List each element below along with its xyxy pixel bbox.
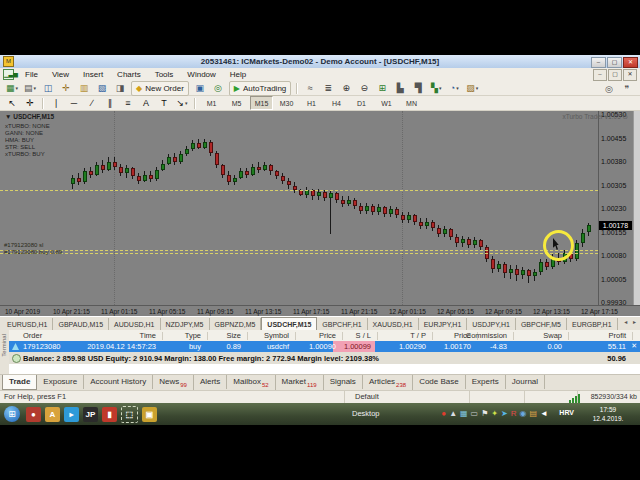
col-header-type[interactable]: Type: [161, 331, 201, 340]
symbol-tab-eurjpy[interactable]: EURJPY,H1: [419, 318, 468, 330]
media-app[interactable]: ▮: [102, 407, 117, 422]
menu-help[interactable]: Help: [223, 68, 253, 81]
col-header-symbol[interactable]: Symbol: [241, 331, 289, 340]
chart-symbol-label[interactable]: ▼ USDCHF,M15: [5, 113, 54, 120]
symbol-tab-xauusd[interactable]: XAUUSD,H1: [368, 318, 419, 330]
menu-window[interactable]: Window: [180, 68, 222, 81]
symbol-tab-eurgbp[interactable]: EURGBP,H1: [567, 318, 618, 330]
desktop-toolbar-label[interactable]: Desktop: [352, 409, 380, 418]
cursor-tool-icon[interactable]: ↖: [4, 96, 20, 111]
symbol-tab-usdjpy[interactable]: USDJPY,H1: [467, 318, 516, 330]
new-chart-icon[interactable]: ▦▾: [4, 81, 20, 96]
symbol-tab-gbpchf[interactable]: GBPCHF,M5: [516, 318, 567, 330]
code-app[interactable]: JP: [83, 407, 98, 422]
col-header-size[interactable]: Size: [203, 331, 241, 340]
close-button[interactable]: ✕: [623, 57, 638, 68]
timeframe-mn[interactable]: MN: [400, 96, 423, 110]
col-header-commission[interactable]: Commission: [447, 331, 507, 340]
label-tool-icon[interactable]: T: [156, 96, 172, 111]
col-header-time[interactable]: Time: [61, 331, 156, 340]
data-window-icon[interactable]: ✛: [58, 81, 74, 96]
menu-tools[interactable]: Tools: [148, 68, 181, 81]
timeframe-m15[interactable]: M15: [250, 96, 273, 110]
order-row[interactable]: ✕ 1791230802019.04.12 14:57:23buy0.89usd…: [9, 341, 640, 352]
shield-tray[interactable]: ▦: [460, 407, 468, 421]
chart-shift-icon[interactable]: ▚▾: [428, 81, 444, 96]
timeframe-w1[interactable]: W1: [375, 96, 398, 110]
text-tool-icon[interactable]: A: [138, 96, 154, 111]
col-header-sl[interactable]: S / L: [333, 331, 371, 340]
chart-area[interactable]: #179123080 sl#179123080 buy 0.89 1.00530…: [0, 111, 640, 316]
taskbar-clock[interactable]: 17:59 12.4.2019.: [580, 405, 636, 423]
folder-tray[interactable]: ▤: [530, 407, 538, 421]
strategy-tester-icon[interactable]: ◨: [112, 81, 128, 96]
terminal-tab-journal[interactable]: Journal: [506, 375, 545, 389]
cam-tray[interactable]: ◉: [520, 407, 527, 421]
profiles-icon[interactable]: ▤▾: [22, 81, 38, 96]
horizontal-line-tool-icon[interactable]: ─: [66, 96, 82, 111]
flag-tray[interactable]: ⚑: [481, 407, 488, 421]
monitor-tray[interactable]: ▭: [471, 407, 479, 421]
menu-view[interactable]: View: [45, 68, 76, 81]
files-app[interactable]: ▣: [142, 407, 157, 422]
maximize-button[interactable]: ▢: [608, 69, 622, 81]
symbol-tab-gbpnzd[interactable]: GBPNZD,M5: [210, 318, 262, 330]
close-button[interactable]: ✕: [623, 69, 637, 81]
search-icon[interactable]: ◎: [601, 81, 617, 96]
window-titlebar[interactable]: M 20531461: ICMarkets-Demo02 - Demo Acco…: [0, 55, 640, 69]
leaf-tray[interactable]: ✦: [491, 407, 498, 421]
timeframe-m5[interactable]: M5: [225, 96, 248, 110]
timeframe-m30[interactable]: M30: [275, 96, 298, 110]
terminal-tab-code-base[interactable]: Code Base: [413, 375, 466, 389]
metaeditor-icon[interactable]: ▣: [192, 81, 208, 96]
telegram-tray[interactable]: ➤: [501, 407, 508, 421]
col-header-order[interactable]: Order: [23, 331, 42, 340]
start-button[interactable]: ⊞: [4, 406, 20, 422]
col-header-price[interactable]: Price: [286, 331, 336, 340]
menu-insert[interactable]: Insert: [76, 68, 110, 81]
new-order-button[interactable]: ◆New Order: [131, 81, 189, 96]
arrange-1-icon[interactable]: ▙: [392, 81, 408, 96]
community-icon[interactable]: ◎: [210, 81, 226, 96]
symbol-dropdown-icon[interactable]: ▼: [5, 113, 11, 120]
symbol-tab-audusd[interactable]: AUDUSD,H1: [109, 318, 160, 330]
candlestick-plot[interactable]: #179123080 sl#179123080 buy 0.89: [0, 111, 599, 305]
arrange-2-icon[interactable]: ▜: [410, 81, 426, 96]
col-header-profit[interactable]: Profit: [578, 331, 626, 340]
terminal-tab-experts[interactable]: Experts: [466, 375, 506, 389]
terminal-panel-icon[interactable]: ▧: [94, 81, 110, 96]
trendline-tool-icon[interactable]: ∕: [84, 96, 100, 111]
objects-icon[interactable]: ≣: [320, 81, 336, 96]
col-header-tp[interactable]: T / P: [378, 331, 426, 340]
navigator-icon[interactable]: ▥: [76, 81, 92, 96]
symbol-tab-scroll[interactable]: ◂ ▸: [624, 318, 638, 325]
timeframe-h1[interactable]: H1: [300, 96, 323, 110]
r-tray[interactable]: R: [511, 407, 517, 421]
periods-icon[interactable]: ◔▾: [446, 81, 462, 96]
language-indicator[interactable]: HRV: [559, 409, 574, 416]
arrows-tool-icon[interactable]: ↘▾: [174, 96, 190, 111]
menu-file[interactable]: File: [18, 68, 45, 81]
templates-icon[interactable]: ▨▾: [464, 81, 480, 96]
tile-windows-icon[interactable]: ⊞: [374, 81, 390, 96]
market-watch-icon[interactable]: ◫: [40, 81, 56, 96]
symbol-tab-gbpaud[interactable]: GBPAUD,M15: [53, 318, 109, 330]
terminal-tab-account-history[interactable]: Account History: [84, 375, 153, 389]
zoom-in-icon[interactable]: ⊕: [338, 81, 354, 96]
terminal-tab-alerts[interactable]: Alerts: [194, 375, 227, 389]
symbol-tab-eurusd[interactable]: EURUSD,H1: [2, 318, 53, 330]
fibonacci-tool-icon[interactable]: ≡: [120, 96, 136, 111]
snip-app[interactable]: ⬚: [121, 406, 138, 423]
crosshair-tool-icon[interactable]: ✛: [22, 96, 38, 111]
minimize-button[interactable]: –: [593, 69, 607, 81]
time-axis[interactable]: 10 Apr 201910 Apr 21:1511 Apr 01:1511 Ap…: [0, 305, 640, 316]
terminal-tab-exposure[interactable]: Exposure: [37, 375, 84, 389]
autotrading-button[interactable]: ▶AutoTrading: [229, 81, 291, 96]
indicators-icon[interactable]: ≈: [302, 81, 318, 96]
timeframe-h4[interactable]: H4: [325, 96, 348, 110]
menu-charts[interactable]: Charts: [110, 68, 148, 81]
status-profile[interactable]: Default: [345, 391, 470, 403]
timeframe-m1[interactable]: M1: [200, 96, 223, 110]
update-tray[interactable]: ▲: [449, 407, 457, 421]
vertical-line-tool-icon[interactable]: ∣: [48, 96, 64, 111]
